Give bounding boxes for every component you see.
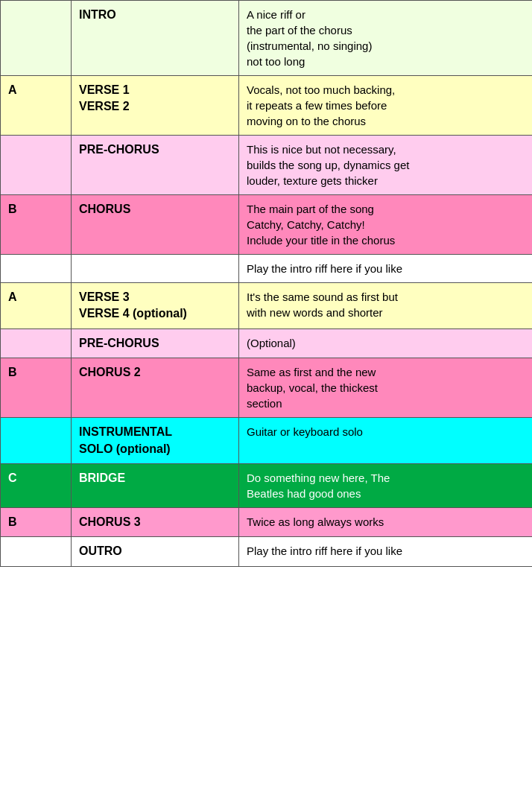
chorus2-row-col2: CHORUS 2 bbox=[72, 358, 239, 418]
chorus3-row: BCHORUS 3Twice as long always works bbox=[1, 507, 533, 536]
verse34-row: AVERSE 3VERSE 4 (optional)It's the same … bbox=[1, 283, 533, 329]
prechorus1-row-col3: This is nice but not necessary,builds th… bbox=[239, 136, 533, 195]
verse34-row-col1: A bbox=[1, 283, 72, 329]
chorus1-row-col3: The main part of the songCatchy, Catchy,… bbox=[239, 195, 533, 255]
chorus2-row: BCHORUS 2Same as first and the newbackup… bbox=[1, 358, 533, 418]
chorus1-row-col2: CHORUS bbox=[72, 195, 239, 255]
verse12-row: AVERSE 1VERSE 2Vocals, not too much back… bbox=[1, 76, 533, 136]
verse12-row-col3: Vocals, not too much backing,it repeats … bbox=[239, 76, 533, 136]
chorus2-row-col1: B bbox=[1, 358, 72, 418]
outro-row-col1 bbox=[1, 537, 72, 566]
chorus1-row: BCHORUSThe main part of the songCatchy, … bbox=[1, 195, 533, 255]
intro-row: INTROA nice riff orthe part of the choru… bbox=[1, 1, 533, 76]
bridge-row-col2: BRIDGE bbox=[72, 463, 239, 507]
prechorus2-row-col3: (Optional) bbox=[239, 328, 533, 358]
chorus2-row-col3: Same as first and the newbackup, vocal, … bbox=[239, 358, 533, 418]
verse34-row-col2: VERSE 3VERSE 4 (optional) bbox=[72, 283, 239, 329]
prechorus1-row: PRE-CHORUSThis is nice but not necessary… bbox=[1, 136, 533, 195]
introriff-row: Play the intro riff here if you like bbox=[1, 255, 533, 283]
introriff-row-col2 bbox=[72, 255, 239, 283]
chorus1-row-col1: B bbox=[1, 195, 72, 255]
instrumental-row-col1 bbox=[1, 418, 72, 464]
prechorus2-row-col1 bbox=[1, 328, 72, 358]
outro-row-col2: OUTRO bbox=[72, 537, 239, 566]
prechorus2-row-col2: PRE-CHORUS bbox=[72, 328, 239, 358]
chorus3-row-col2: CHORUS 3 bbox=[72, 507, 239, 536]
introriff-row-col1 bbox=[1, 255, 72, 283]
chorus3-row-col3: Twice as long always works bbox=[239, 507, 533, 536]
instrumental-row: INSTRUMENTALSOLO (optional)Guitar or key… bbox=[1, 418, 533, 464]
prechorus2-row: PRE-CHORUS(Optional) bbox=[1, 328, 533, 358]
verse12-row-col2: VERSE 1VERSE 2 bbox=[72, 76, 239, 136]
verse34-row-col3: It's the same sound as first butwith new… bbox=[239, 283, 533, 329]
bridge-row-col3: Do something new here, TheBeatles had go… bbox=[239, 463, 533, 507]
verse12-row-col1: A bbox=[1, 76, 72, 136]
intro-row-col3: A nice riff orthe part of the chorus(ins… bbox=[239, 1, 533, 76]
instrumental-row-col2: INSTRUMENTALSOLO (optional) bbox=[72, 418, 239, 464]
intro-row-col1 bbox=[1, 1, 72, 76]
introriff-row-col3: Play the intro riff here if you like bbox=[239, 255, 533, 283]
chorus3-row-col1: B bbox=[1, 507, 72, 536]
bridge-row: CBRIDGEDo something new here, TheBeatles… bbox=[1, 463, 533, 507]
song-structure-table: INTROA nice riff orthe part of the choru… bbox=[0, 0, 532, 567]
bridge-row-col1: C bbox=[1, 463, 72, 507]
prechorus1-row-col1 bbox=[1, 136, 72, 195]
prechorus1-row-col2: PRE-CHORUS bbox=[72, 136, 239, 195]
instrumental-row-col3: Guitar or keyboard solo bbox=[239, 418, 533, 464]
outro-row: OUTROPlay the intro riff here if you lik… bbox=[1, 537, 533, 566]
intro-row-col2: INTRO bbox=[72, 1, 239, 76]
outro-row-col3: Play the intro riff here if you like bbox=[239, 537, 533, 566]
